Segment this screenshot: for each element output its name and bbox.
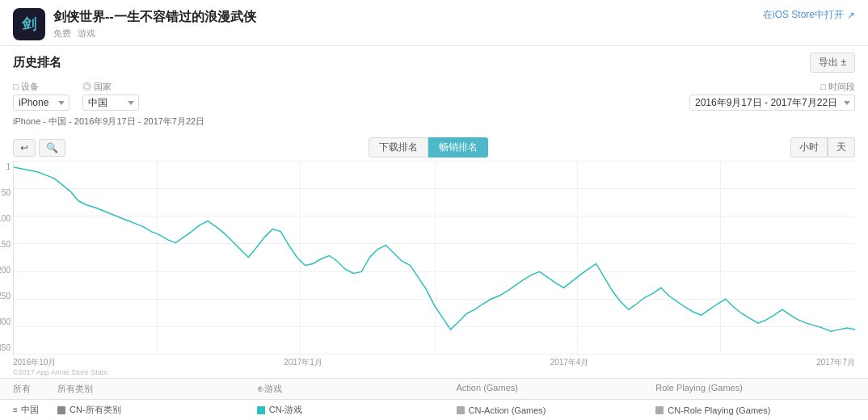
ios-store-link[interactable]: 在iOS Store中打开 ↗ — [763, 8, 855, 22]
y-label-250: 250 — [0, 292, 11, 300]
flag-icon: ≡ — [13, 405, 18, 414]
day-label: 天 — [836, 141, 846, 153]
legend-item-role-playing: CN-Role Playing (Games) — [655, 405, 855, 415]
y-label-200: 200 — [0, 266, 11, 275]
y-label-100: 100 — [0, 214, 11, 223]
controls-right: □ 时间段 2016年9月17日 - 2017年7月22日 — [689, 81, 855, 111]
y-label-150: 150 — [0, 240, 11, 249]
day-tab[interactable]: 天 — [828, 137, 855, 158]
time-range-select[interactable]: 2016年9月17日 - 2017年7月22日 — [689, 94, 855, 111]
app-info-left: 剑 剑侠世界--一生不容错过的浪漫武侠 免费 游戏 — [13, 8, 256, 40]
device-select[interactable]: iPhone iPad — [13, 94, 70, 111]
legend-color-all-categories — [57, 406, 65, 414]
legend-header-all: 所有 — [13, 383, 57, 395]
rank-type-tabs: 下载排名 畅销排名 — [369, 137, 488, 158]
hour-tab[interactable]: 小时 — [790, 137, 828, 158]
country-label: ◎ 国家 — [82, 81, 139, 93]
legend-label-all-categories: CN-所有类别 — [70, 404, 121, 416]
legend-header-action-games: Action (Games) — [457, 383, 656, 395]
legend-color-games — [257, 406, 265, 414]
legend-label-action: CN-Action (Games) — [469, 405, 546, 415]
sales-rank-label: 畅销排名 — [439, 141, 478, 153]
legend-header-games: ⊕游戏 — [257, 383, 457, 395]
chart-nav-buttons: ↩ 🔍 — [13, 139, 65, 157]
device-label: □ 设备 — [13, 81, 70, 93]
app-icon-char: 剑 — [22, 15, 36, 34]
legend-items-row: ≡ 中国 CN-所有类别 CN-游戏 CN-Action (Games) CN-… — [0, 400, 868, 420]
grid-line-350 — [14, 354, 855, 355]
legend-item-all-categories: CN-所有类别 — [57, 404, 257, 416]
app-icon: 剑 — [13, 8, 45, 40]
legend-label-role-playing: CN-Role Playing (Games) — [668, 405, 770, 415]
legend-header-all-categories: 所有类别 — [57, 383, 257, 395]
y-label-300: 300 — [0, 317, 11, 326]
copyright-text: ©2017 App Annie Store Stats — [13, 368, 855, 376]
export-label: 导出 ± — [819, 56, 846, 69]
x-axis: 2016年10月 2017年1月 2017年4月 2017年7月 — [13, 355, 855, 368]
chart-svg — [14, 161, 855, 354]
legend-china-label: 中国 — [21, 404, 39, 416]
date-info-text: iPhone - 中国 - 2016年9月17日 - 2017年7月22日 — [13, 116, 204, 126]
zoom-in-button[interactable]: 🔍 — [39, 139, 65, 157]
legend-item-action: CN-Action (Games) — [457, 405, 656, 415]
y-axis: 1 50 100 150 200 250 300 350 — [0, 161, 11, 354]
app-category: 游戏 — [78, 27, 95, 40]
date-info: iPhone - 中国 - 2016年9月17日 - 2017年7月22日 — [0, 114, 868, 132]
legend-color-action — [457, 406, 465, 414]
download-rank-label: 下载排名 — [379, 141, 418, 153]
chart-area: 1 50 100 150 200 250 300 350 — [13, 161, 855, 355]
section-title: 历史排名 — [13, 55, 61, 70]
app-free-label: 免费 — [53, 27, 71, 40]
x-label-oct2016: 2016年10月 — [13, 357, 56, 368]
time-range-label: □ 时间段 — [820, 81, 855, 93]
export-button[interactable]: 导出 ± — [810, 52, 855, 73]
section-title-bar: 历史排名 导出 ± — [0, 46, 868, 78]
y-label-350: 350 — [0, 343, 11, 352]
chart-controls: ↩ 🔍 下载排名 畅销排名 小时 天 — [0, 132, 868, 161]
external-link-icon: ↗ — [847, 10, 855, 21]
legend-color-role-playing — [655, 406, 664, 414]
controls-row: □ 设备 iPhone iPad ◎ 国家 中国 美国 □ 时间段 2016年9… — [0, 78, 868, 114]
download-rank-tab[interactable]: 下载排名 — [369, 137, 428, 158]
x-label-jan2017: 2017年1月 — [284, 357, 322, 368]
zoom-out-button[interactable]: ↩ — [13, 139, 36, 157]
hour-label: 小时 — [799, 141, 819, 153]
x-label-jul2017: 2017年7月 — [816, 357, 855, 368]
x-label-apr2017: 2017年4月 — [550, 357, 589, 368]
app-info: 剑侠世界--一生不容错过的浪漫武侠 免费 游戏 — [53, 9, 256, 40]
time-granularity-tabs: 小时 天 — [790, 137, 855, 158]
legend-header-row: 所有 所有类别 ⊕游戏 Action (Games) Role Playing … — [0, 378, 868, 400]
app-meta: 免费 游戏 — [53, 27, 256, 40]
country-select[interactable]: 中国 美国 — [82, 94, 139, 111]
chart-wrapper: 1 50 100 150 200 250 300 350 — [0, 161, 868, 376]
legend-item-games: CN-游戏 — [257, 404, 457, 416]
app-header: 剑 剑侠世界--一生不容错过的浪漫武侠 免费 游戏 在iOS Store中打开 … — [0, 0, 868, 46]
controls-left: □ 设备 iPhone iPad ◎ 国家 中国 美国 — [13, 81, 139, 111]
ios-store-link-text: 在iOS Store中打开 — [763, 8, 844, 22]
y-label-50: 50 — [0, 188, 11, 197]
y-label-1: 1 — [0, 162, 11, 171]
app-title: 剑侠世界--一生不容错过的浪漫武侠 — [53, 9, 256, 26]
legend-china-flag: ≡ 中国 — [13, 404, 57, 416]
device-control: □ 设备 iPhone iPad — [13, 81, 70, 111]
sales-rank-tab[interactable]: 畅销排名 — [428, 137, 488, 158]
country-control: ◎ 国家 中国 美国 — [82, 81, 139, 111]
legend-header-role-playing: Role Playing (Games) — [655, 383, 855, 395]
legend-label-games: CN-游戏 — [269, 404, 303, 416]
